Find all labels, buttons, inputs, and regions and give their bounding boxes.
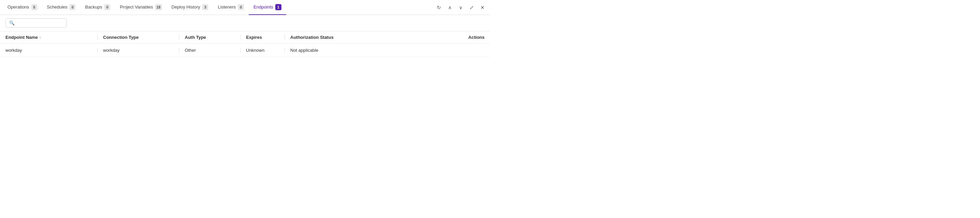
tab-badge-backups: 0: [104, 4, 110, 10]
tab-label-deploy-history: Deploy History: [172, 5, 200, 10]
tab-badge-project-variables: 18: [155, 4, 162, 10]
cell-expires-0: Unknown: [240, 48, 285, 53]
tab-label-schedules: Schedules: [47, 5, 68, 10]
col-header-actions: Actions: [450, 35, 485, 40]
col-header-auth-type: Auth Type: [179, 35, 240, 40]
table-body: workday workday Other Unknown Not applic…: [0, 43, 490, 57]
col-label-expires: Expires: [246, 35, 262, 40]
tab-label-backups: Backups: [85, 5, 102, 10]
tab-badge-endpoints: 1: [275, 4, 282, 10]
col-label-auth-type: Auth Type: [185, 35, 206, 40]
cell-endpoint-name-0: workday: [5, 48, 97, 53]
tab-operations[interactable]: Operations5: [3, 0, 42, 15]
col-label-endpoint-name: Endpoint Name: [5, 35, 38, 40]
tab-badge-deploy-history: 3: [202, 4, 208, 10]
col-header-expires: Expires: [240, 35, 285, 40]
tab-bar: Operations5Schedules0Backups0Project Var…: [0, 0, 490, 15]
tab-deploy-history[interactable]: Deploy History3: [167, 0, 213, 15]
tab-badge-operations: 5: [31, 4, 37, 10]
tab-backups[interactable]: Backups0: [80, 0, 115, 15]
tab-project-variables[interactable]: Project Variables18: [115, 0, 167, 15]
tab-endpoints[interactable]: Endpoints1: [249, 0, 286, 15]
chevron-down-button[interactable]: ∨: [456, 3, 466, 12]
search-input-wrapper: 🔍: [5, 18, 67, 27]
col-label-actions: Actions: [468, 35, 485, 40]
tab-label-listeners: Listeners: [218, 5, 236, 10]
tab-badge-schedules: 0: [69, 4, 76, 10]
cell-auth-status-0: Not applicable: [285, 48, 450, 53]
col-header-endpoint-name: Endpoint Name ↑: [5, 35, 97, 40]
search-icon: 🔍: [9, 21, 14, 26]
tab-label-project-variables: Project Variables: [120, 5, 153, 10]
cell-connection-type-0: workday: [97, 48, 179, 53]
refresh-button[interactable]: ↻: [434, 3, 444, 12]
table-header: Endpoint Name ↑ Connection Type Auth Typ…: [0, 31, 490, 43]
chevron-up-button[interactable]: ∧: [445, 3, 455, 12]
tab-listeners[interactable]: Listeners0: [213, 0, 249, 15]
col-label-auth-status: Authorization Status: [290, 35, 334, 40]
expand-button[interactable]: ⤢: [467, 3, 476, 12]
cell-auth-type-0: Other: [179, 48, 240, 53]
col-header-connection-type: Connection Type: [97, 35, 179, 40]
search-bar: 🔍: [0, 15, 490, 31]
sort-asc-icon[interactable]: ↑: [39, 35, 41, 40]
col-label-connection-type: Connection Type: [103, 35, 138, 40]
tab-actions: ↻ ∧ ∨ ⤢ ✕: [434, 3, 487, 12]
table-row: workday workday Other Unknown Not applic…: [0, 43, 490, 57]
col-header-auth-status: Authorization Status: [285, 35, 450, 40]
search-input[interactable]: [17, 21, 64, 26]
tab-badge-listeners: 0: [238, 4, 244, 10]
tab-schedules[interactable]: Schedules0: [42, 0, 81, 15]
tab-label-endpoints: Endpoints: [253, 5, 273, 10]
close-button[interactable]: ✕: [478, 3, 487, 12]
tab-label-operations: Operations: [8, 5, 29, 10]
